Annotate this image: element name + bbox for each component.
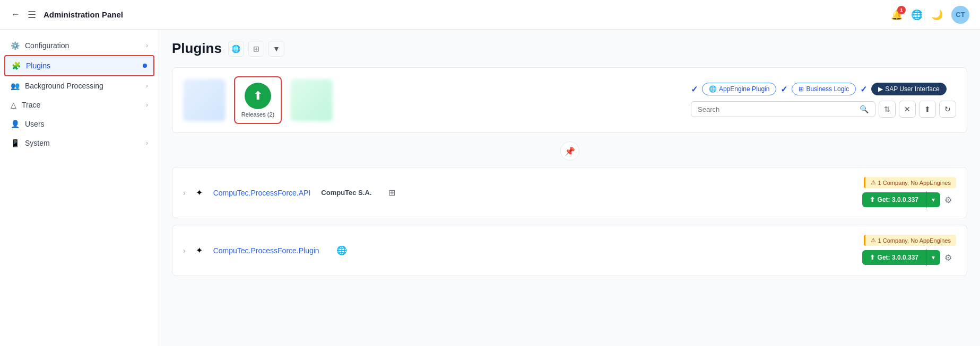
warning-icon-1: ⚠ (871, 237, 876, 244)
filter-tag-appengine-label: AppEngine Plugin (719, 85, 769, 93)
darkmode-icon[interactable]: 🌙 (931, 9, 943, 21)
sidebar-item-system[interactable]: 📱 System › (0, 134, 159, 153)
sidebar-label-system: System (25, 139, 50, 147)
warning-icon-0: ⚠ (871, 179, 876, 186)
business-logic-icon: ⊞ (799, 85, 804, 93)
filter-header-icon[interactable]: ▼ (268, 41, 284, 57)
get-button-0[interactable]: ⬆ Get: 3.0.0.337 (862, 192, 926, 207)
avatar[interactable]: CT (951, 6, 969, 24)
topbar-right: 🔔 1 🌐 🌙 CT (891, 6, 969, 24)
page-header: Plugins 🌐 ⊞ ▼ (172, 40, 967, 57)
menu-button[interactable]: ☰ (28, 9, 36, 21)
warning-text-0: 1 Company, No AppEngines (878, 180, 951, 186)
appengine-globe-icon: 🌐 (709, 85, 717, 93)
check-1: ✓ (691, 84, 698, 94)
plugin-logo-1: ✦ (192, 243, 207, 258)
gear-button-0[interactable]: ⚙ (940, 192, 956, 208)
header-icons: 🌐 ⊞ ▼ (228, 41, 284, 57)
get-dropdown-0[interactable]: ▾ (926, 192, 940, 207)
plugins-icon: 🧩 (12, 61, 21, 70)
configuration-icon: ⚙️ (11, 41, 20, 50)
topbar: ← ☰ Administration Panel 🔔 1 🌐 🌙 CT (0, 0, 980, 30)
globe-header-icon[interactable]: 🌐 (228, 41, 244, 57)
expand-button-0[interactable]: › (183, 189, 186, 197)
filter-tags: ✓ 🌐 AppEngine Plugin ✓ ⊞ Business Logic … (691, 83, 956, 95)
plugin-globe-icon-1[interactable]: 🌐 (334, 243, 349, 258)
releases-upload-icon: ⬆ (245, 83, 271, 109)
filter-tag-sap-label: SAP User Interface (885, 85, 940, 93)
page-title: Plugins (172, 40, 222, 57)
upload-icon-0: ⬆ (870, 196, 875, 203)
plugin-grid-icon-0[interactable]: ⊞ (384, 185, 399, 200)
plugin-author-0: CompuTec S.A. (321, 189, 371, 197)
layout-header-icon[interactable]: ⊞ (248, 41, 264, 57)
filter-tag-appengine[interactable]: 🌐 AppEngine Plugin (702, 83, 776, 95)
search-row: 🔍 ⇅ ✕ ⬆ ↻ (691, 101, 956, 118)
sidebar-item-background-processing[interactable]: 👥 Background Processing › (0, 76, 159, 95)
filter-tag-sap-ui[interactable]: ▶ SAP User Interface (871, 83, 947, 95)
sidebar-item-configuration[interactable]: ⚙️ Configuration › (0, 36, 159, 55)
plugin-actions-0: ⚠ 1 Company, No AppEngines ⬆ Get: 3.0.0.… (862, 177, 956, 208)
chevron-icon: › (146, 82, 148, 90)
sap-ui-icon: ▶ (878, 85, 883, 93)
filter-tag-business-label: Business Logic (806, 85, 849, 93)
trace-icon: △ (11, 101, 16, 109)
upload-button[interactable]: ⬆ (919, 101, 936, 118)
topbar-title: Administration Panel (44, 10, 123, 19)
notification-badge: 1 (897, 6, 906, 14)
plugin-list-item-1: › ✦ CompuTec.ProcessForce.Plugin 🌐 ⚠ 1 C… (172, 225, 967, 276)
topbar-left: ← ☰ Administration Panel (11, 9, 123, 21)
sidebar-item-plugins[interactable]: 🧩 Plugins (4, 55, 154, 76)
upload-icon-1: ⬆ (870, 254, 875, 261)
sidebar-item-users[interactable]: 👤 Users (0, 114, 159, 134)
expand-button-1[interactable]: › (183, 246, 186, 255)
users-icon: 👤 (11, 120, 20, 128)
anchor-row: 📌 (172, 141, 967, 161)
plugin-logo-0: ✦ (192, 185, 207, 200)
search-input[interactable] (698, 105, 860, 113)
check-2: ✓ (780, 84, 787, 94)
chevron-icon: › (146, 42, 148, 49)
check-3: ✓ (860, 84, 867, 94)
layout: ⚙️ Configuration › 🧩 Plugins 👥 Backgroun… (0, 30, 980, 346)
search-icon: 🔍 (860, 105, 869, 113)
main-content: Plugins 🌐 ⊞ ▼ ⬆ Releases (2) ✓ (159, 30, 980, 346)
system-icon: 📱 (11, 139, 20, 147)
get-label-0: Get: 3.0.0.337 (878, 196, 918, 203)
plugin-thumb-2 (290, 79, 333, 121)
globe-icon[interactable]: 🌐 (911, 9, 923, 21)
releases-label: Releases (2) (241, 111, 274, 118)
notification-icon[interactable]: 🔔 1 (891, 9, 903, 21)
gear-button-1[interactable]: ⚙ (940, 250, 956, 265)
sort-button[interactable]: ⇅ (879, 101, 896, 118)
get-btn-row-1: ⬆ Get: 3.0.0.337 ▾ ⚙ (862, 249, 956, 266)
filter-tag-business-logic[interactable]: ⊞ Business Logic (792, 83, 856, 95)
back-button[interactable]: ← (11, 9, 20, 20)
plugin-thumb-1 (183, 79, 226, 121)
releases-card[interactable]: ⬆ Releases (2) (234, 76, 282, 124)
plugin-list-item-0: › ✦ CompuTec.ProcessForce.API CompuTec S… (172, 167, 967, 218)
chevron-icon: › (146, 101, 148, 109)
top-row-right: ✓ 🌐 AppEngine Plugin ✓ ⊞ Business Logic … (691, 83, 956, 118)
search-box: 🔍 (691, 101, 875, 117)
sidebar-label-users: Users (25, 120, 45, 128)
sidebar-label-background-processing: Background Processing (25, 82, 103, 90)
anchor-button[interactable]: 📌 (560, 141, 579, 161)
get-dropdown-1[interactable]: ▾ (926, 250, 940, 265)
sidebar-label-trace: Trace (22, 101, 40, 109)
get-btn-row-0: ⬆ Get: 3.0.0.337 ▾ ⚙ (862, 191, 956, 208)
warning-text-1: 1 Company, No AppEngines (878, 237, 951, 244)
plugin-name-1[interactable]: CompuTec.ProcessForce.Plugin (213, 246, 319, 255)
sidebar: ⚙️ Configuration › 🧩 Plugins 👥 Backgroun… (0, 30, 159, 346)
get-label-1: Get: 3.0.0.337 (878, 254, 918, 261)
sidebar-label-configuration: Configuration (25, 41, 69, 50)
warning-badge-1: ⚠ 1 Company, No AppEngines (864, 235, 956, 246)
sidebar-label-plugins: Plugins (26, 61, 50, 70)
plugin-name-0[interactable]: CompuTec.ProcessForce.API (213, 189, 311, 197)
refresh-button[interactable]: ↻ (939, 101, 956, 118)
close-button[interactable]: ✕ (899, 101, 916, 118)
get-button-1[interactable]: ⬆ Get: 3.0.0.337 (862, 250, 926, 265)
sidebar-item-trace[interactable]: △ Trace › (0, 95, 159, 114)
plugin-actions-1: ⚠ 1 Company, No AppEngines ⬆ Get: 3.0.0.… (862, 235, 956, 266)
background-processing-icon: 👥 (11, 82, 20, 90)
